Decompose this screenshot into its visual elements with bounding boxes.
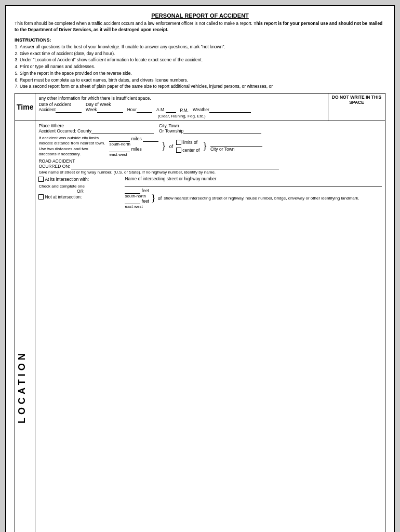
brace-right: } <box>203 141 207 152</box>
instruction-6: Report must be complete as to exact name… <box>20 77 385 84</box>
of-label2: of <box>158 196 162 201</box>
instruction-7-cont: any other information for which there is… <box>38 96 325 101</box>
hour-field: Hour <box>127 107 152 113</box>
intersection-left: At its intersection with: Check and comp… <box>38 176 122 201</box>
location-row: LOCATION Place Where Accident Occurred: … <box>15 121 385 532</box>
at-intersection-checkbox: At its intersection with: <box>38 177 89 182</box>
outside-city-text: If accident was outside city limits indi… <box>38 136 106 157</box>
limits-of-checkbox: limits of <box>176 140 199 145</box>
intersection-right: Name of intersecting street or highway n… <box>125 176 382 209</box>
instructions-header: INSTRUCTIONS: <box>15 37 385 43</box>
date-label: Date of Accident Accident <box>38 102 82 113</box>
am-field: A.M. <box>156 107 176 113</box>
instruction-3: Under "Location of Accident" show suffic… <box>20 57 385 63</box>
time-fields-row: Date of Accident Accident Day of Week We… <box>38 102 325 113</box>
instructions-list: Answer all questions to the best of your… <box>15 44 385 90</box>
city-or-town-field: City or Town <box>210 141 262 152</box>
highway-instruction: Give name of street or highway number, (… <box>38 170 382 175</box>
not-at-intersection-checkbox: Not at intersection: <box>38 194 82 200</box>
center-of-checkbox: center of <box>176 148 199 153</box>
location-content: Place Where Accident Occurred: County Ci… <box>35 121 385 532</box>
at-intersection-box[interactable] <box>38 177 44 182</box>
page-title: PERSONAL REPORT OF ACCIDENT <box>15 12 385 19</box>
time-row: Time any other information for which the… <box>15 94 385 121</box>
miles-fields: miles south-north miles east-west <box>109 136 158 157</box>
intro-text: This form should be completed when a tra… <box>15 21 385 33</box>
time-content: any other information for which there is… <box>35 94 328 121</box>
brace-left: } <box>162 141 166 152</box>
instruction-1: Answer all questions to the best of your… <box>20 44 385 50</box>
intersection-row: At its intersection with: Check and comp… <box>38 176 382 209</box>
place-where-right: City, Town Or Township <box>159 123 261 134</box>
place-where-row: Place Where Accident Occurred: County Ci… <box>38 123 382 134</box>
instruction-7: Use a second report form or a sheet of p… <box>20 83 385 90</box>
instruction-4: Print or type all names and addresses. <box>20 63 385 70</box>
of-label: of <box>169 144 174 149</box>
feet-row: feet south-north feet east-west } of sho… <box>125 188 382 209</box>
not-at-intersection-box[interactable] <box>38 194 44 200</box>
week-field: Day of Week Week <box>86 102 123 113</box>
show-nearest: show nearest intersecting street or high… <box>164 195 382 201</box>
form-table: Time any other information for which the… <box>15 93 385 532</box>
weather-field: Weather <box>193 107 251 113</box>
pm-field: P.M. <box>180 108 189 113</box>
limits-checkboxes: limits of center of <box>176 139 199 153</box>
road-accident-line: ROAD ACCIDENT OCURRED ON: <box>38 158 382 169</box>
center-checkbox-box[interactable] <box>176 148 181 153</box>
intersecting-name-field: Name of intersecting street or highway n… <box>125 176 382 187</box>
time-label: Time <box>15 94 35 121</box>
instruction-5: Sign the report in the space provided on… <box>20 70 385 77</box>
accident-field: Accident <box>38 107 82 112</box>
feet-fields: feet south-north feet east-west <box>125 188 149 209</box>
outside-city-row: If accident was outside city limits indi… <box>38 136 382 157</box>
location-label: LOCATION <box>15 121 35 532</box>
check-complete: Check and complete one <box>38 184 122 189</box>
accident-report-page: PERSONAL REPORT OF ACCIDENT This form sh… <box>5 5 395 532</box>
place-where-left: Place Where Accident Occurred: County <box>38 123 154 134</box>
do-not-write: DO NOT WRITE IN THIS SPACE <box>328 94 385 121</box>
brace-feet: } <box>151 193 156 204</box>
limits-checkbox-box[interactable] <box>176 140 181 145</box>
or-label: OR <box>38 189 122 194</box>
instruction-2: Give exact time of accident (date, day a… <box>20 50 385 57</box>
weather-hint: (Clear, Raining, Fog, Etc.) <box>38 114 325 118</box>
